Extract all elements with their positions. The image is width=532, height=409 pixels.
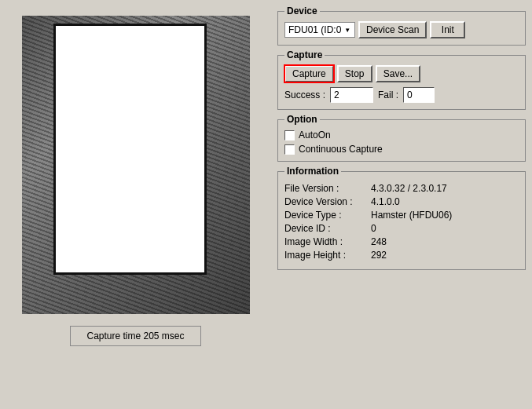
info-row: Device ID :0 [284, 223, 519, 234]
fingerprint-container [22, 16, 250, 314]
device-controls-row: FDU01 (ID:0 ▼ Device Scan Init [284, 21, 519, 38]
info-row: Device Type :Hamster (HFDU06) [284, 210, 519, 221]
dropdown-arrow-icon: ▼ [344, 27, 350, 34]
autoon-label: AutoOn [299, 130, 331, 141]
device-group: Device FDU01 (ID:0 ▼ Device Scan Init [277, 11, 526, 46]
info-row: File Version :4.3.0.32 / 2.3.0.17 [284, 183, 519, 194]
fail-label: Fail : [378, 89, 398, 100]
capture-button[interactable]: Capture [284, 65, 334, 82]
autoon-row: AutoOn [284, 130, 519, 141]
fail-value-input[interactable] [403, 87, 435, 103]
device-dropdown-value: FDU01 (ID:0 [288, 24, 341, 35]
information-group-title: Information [284, 166, 341, 177]
info-row-label: Device ID : [284, 223, 371, 234]
device-scan-button[interactable]: Device Scan [358, 21, 427, 38]
left-panel: Capture time 205 msec [0, 0, 271, 409]
capture-group: Capture Capture Stop Save... Success : F… [277, 55, 526, 110]
save-button[interactable]: Save... [376, 65, 420, 82]
info-table: File Version :4.3.0.32 / 2.3.0.17Device … [284, 183, 519, 261]
autoon-checkbox[interactable] [284, 130, 295, 141]
info-row-label: Image Height : [284, 250, 371, 261]
capture-buttons-row: Capture Stop Save... [284, 65, 519, 82]
status-row: Success : Fail : [284, 87, 519, 103]
device-group-title: Device [284, 5, 320, 16]
info-row-value: Hamster (HFDU06) [371, 210, 452, 221]
info-row-value: 292 [371, 250, 387, 261]
info-row: Image Height :292 [284, 250, 519, 261]
information-group: Information File Version :4.3.0.32 / 2.3… [277, 171, 526, 270]
success-value-input[interactable] [330, 87, 373, 103]
fingerprint-capture-area [53, 24, 207, 275]
info-row: Image Width :248 [284, 236, 519, 247]
info-row: Device Version :4.1.0.0 [284, 196, 519, 207]
right-panel: Device FDU01 (ID:0 ▼ Device Scan Init Ca… [271, 0, 532, 409]
continuous-row: Continuous Capture [284, 144, 519, 155]
info-row-label: Device Version : [284, 196, 371, 207]
device-dropdown[interactable]: FDU01 (ID:0 ▼ [284, 22, 355, 38]
info-row-label: Image Width : [284, 236, 371, 247]
info-row-value: 4.3.0.32 / 2.3.0.17 [371, 183, 447, 194]
info-row-label: Device Type : [284, 210, 371, 221]
option-group-title: Option [284, 114, 320, 125]
option-group: Option AutoOn Continuous Capture [277, 119, 526, 162]
info-row-value: 248 [371, 236, 387, 247]
continuous-checkbox[interactable] [284, 144, 295, 155]
capture-group-title: Capture [284, 49, 325, 60]
info-row-value: 0 [371, 223, 376, 234]
capture-time-label: Capture time 205 msec [86, 330, 184, 341]
init-button[interactable]: Init [430, 21, 465, 38]
info-row-value: 4.1.0.0 [371, 196, 400, 207]
capture-time-display: Capture time 205 msec [70, 326, 200, 346]
continuous-label: Continuous Capture [299, 144, 383, 155]
stop-button[interactable]: Stop [337, 65, 372, 82]
success-label: Success : [284, 89, 325, 100]
info-row-label: File Version : [284, 183, 371, 194]
